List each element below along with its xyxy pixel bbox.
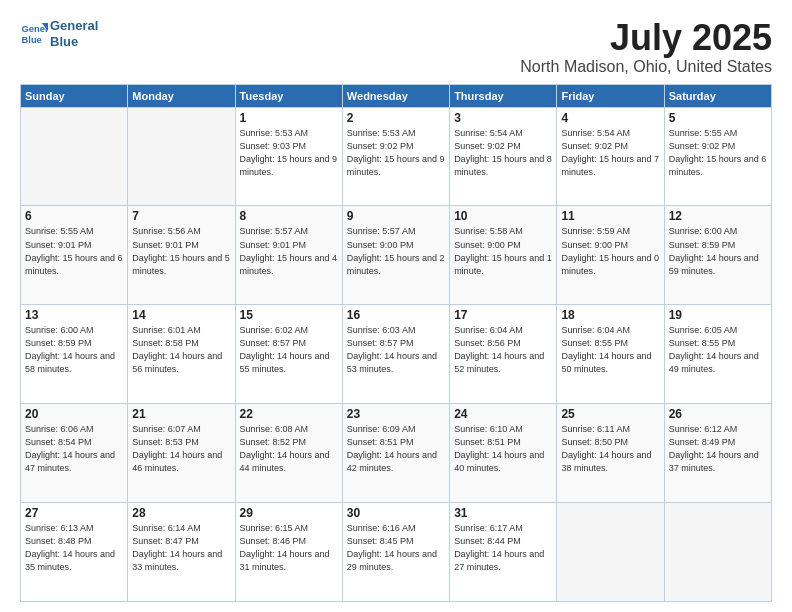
subtitle: North Madison, Ohio, United States <box>520 58 772 76</box>
day-info: Sunrise: 6:15 AM Sunset: 8:46 PM Dayligh… <box>240 522 338 574</box>
page: General Blue General Blue July 2025 Nort… <box>0 0 792 612</box>
day-info: Sunrise: 6:00 AM Sunset: 8:59 PM Dayligh… <box>25 324 123 376</box>
calendar-day: 9Sunrise: 5:57 AM Sunset: 9:00 PM Daylig… <box>342 206 449 305</box>
calendar-day: 3Sunrise: 5:54 AM Sunset: 9:02 PM Daylig… <box>450 107 557 206</box>
day-number: 30 <box>347 506 445 520</box>
calendar-day: 4Sunrise: 5:54 AM Sunset: 9:02 PM Daylig… <box>557 107 664 206</box>
calendar-day: 1Sunrise: 5:53 AM Sunset: 9:03 PM Daylig… <box>235 107 342 206</box>
day-number: 12 <box>669 209 767 223</box>
calendar-day: 22Sunrise: 6:08 AM Sunset: 8:52 PM Dayli… <box>235 404 342 503</box>
calendar-day: 23Sunrise: 6:09 AM Sunset: 8:51 PM Dayli… <box>342 404 449 503</box>
day-info: Sunrise: 6:00 AM Sunset: 8:59 PM Dayligh… <box>669 225 767 277</box>
day-number: 6 <box>25 209 123 223</box>
logo-text-line1: General <box>50 18 98 34</box>
calendar-header-thursday: Thursday <box>450 84 557 107</box>
calendar-week-row: 13Sunrise: 6:00 AM Sunset: 8:59 PM Dayli… <box>21 305 772 404</box>
day-number: 11 <box>561 209 659 223</box>
day-number: 15 <box>240 308 338 322</box>
day-info: Sunrise: 5:55 AM Sunset: 9:02 PM Dayligh… <box>669 127 767 179</box>
calendar-day: 31Sunrise: 6:17 AM Sunset: 8:44 PM Dayli… <box>450 503 557 602</box>
main-title: July 2025 <box>520 18 772 58</box>
logo-icon: General Blue <box>20 20 48 48</box>
day-number: 2 <box>347 111 445 125</box>
header: General Blue General Blue July 2025 Nort… <box>20 18 772 76</box>
calendar-day: 25Sunrise: 6:11 AM Sunset: 8:50 PM Dayli… <box>557 404 664 503</box>
day-number: 13 <box>25 308 123 322</box>
calendar-day: 27Sunrise: 6:13 AM Sunset: 8:48 PM Dayli… <box>21 503 128 602</box>
day-info: Sunrise: 6:12 AM Sunset: 8:49 PM Dayligh… <box>669 423 767 475</box>
calendar-day: 13Sunrise: 6:00 AM Sunset: 8:59 PM Dayli… <box>21 305 128 404</box>
svg-text:General: General <box>22 24 48 34</box>
day-info: Sunrise: 6:08 AM Sunset: 8:52 PM Dayligh… <box>240 423 338 475</box>
day-info: Sunrise: 6:04 AM Sunset: 8:56 PM Dayligh… <box>454 324 552 376</box>
day-number: 27 <box>25 506 123 520</box>
calendar-week-row: 27Sunrise: 6:13 AM Sunset: 8:48 PM Dayli… <box>21 503 772 602</box>
day-number: 31 <box>454 506 552 520</box>
day-number: 7 <box>132 209 230 223</box>
calendar-day <box>21 107 128 206</box>
calendar-week-row: 6Sunrise: 5:55 AM Sunset: 9:01 PM Daylig… <box>21 206 772 305</box>
day-info: Sunrise: 6:10 AM Sunset: 8:51 PM Dayligh… <box>454 423 552 475</box>
calendar-day: 12Sunrise: 6:00 AM Sunset: 8:59 PM Dayli… <box>664 206 771 305</box>
day-info: Sunrise: 6:13 AM Sunset: 8:48 PM Dayligh… <box>25 522 123 574</box>
day-info: Sunrise: 6:05 AM Sunset: 8:55 PM Dayligh… <box>669 324 767 376</box>
calendar-table: SundayMondayTuesdayWednesdayThursdayFrid… <box>20 84 772 602</box>
calendar-day <box>664 503 771 602</box>
calendar-day: 21Sunrise: 6:07 AM Sunset: 8:53 PM Dayli… <box>128 404 235 503</box>
day-info: Sunrise: 6:01 AM Sunset: 8:58 PM Dayligh… <box>132 324 230 376</box>
calendar-header-monday: Monday <box>128 84 235 107</box>
day-number: 29 <box>240 506 338 520</box>
day-info: Sunrise: 5:58 AM Sunset: 9:00 PM Dayligh… <box>454 225 552 277</box>
calendar-day: 29Sunrise: 6:15 AM Sunset: 8:46 PM Dayli… <box>235 503 342 602</box>
day-number: 28 <box>132 506 230 520</box>
calendar-day <box>557 503 664 602</box>
calendar-day: 18Sunrise: 6:04 AM Sunset: 8:55 PM Dayli… <box>557 305 664 404</box>
svg-text:Blue: Blue <box>22 35 42 45</box>
day-info: Sunrise: 6:04 AM Sunset: 8:55 PM Dayligh… <box>561 324 659 376</box>
day-info: Sunrise: 6:14 AM Sunset: 8:47 PM Dayligh… <box>132 522 230 574</box>
calendar-week-row: 20Sunrise: 6:06 AM Sunset: 8:54 PM Dayli… <box>21 404 772 503</box>
calendar-day: 8Sunrise: 5:57 AM Sunset: 9:01 PM Daylig… <box>235 206 342 305</box>
day-info: Sunrise: 6:06 AM Sunset: 8:54 PM Dayligh… <box>25 423 123 475</box>
calendar-day: 19Sunrise: 6:05 AM Sunset: 8:55 PM Dayli… <box>664 305 771 404</box>
calendar-day: 6Sunrise: 5:55 AM Sunset: 9:01 PM Daylig… <box>21 206 128 305</box>
calendar-day: 7Sunrise: 5:56 AM Sunset: 9:01 PM Daylig… <box>128 206 235 305</box>
day-number: 24 <box>454 407 552 421</box>
day-number: 1 <box>240 111 338 125</box>
calendar-day: 10Sunrise: 5:58 AM Sunset: 9:00 PM Dayli… <box>450 206 557 305</box>
day-number: 4 <box>561 111 659 125</box>
day-number: 9 <box>347 209 445 223</box>
day-info: Sunrise: 5:57 AM Sunset: 9:01 PM Dayligh… <box>240 225 338 277</box>
calendar-header-saturday: Saturday <box>664 84 771 107</box>
calendar-header-sunday: Sunday <box>21 84 128 107</box>
calendar-day: 28Sunrise: 6:14 AM Sunset: 8:47 PM Dayli… <box>128 503 235 602</box>
day-number: 5 <box>669 111 767 125</box>
logo: General Blue General Blue <box>20 18 98 49</box>
day-number: 20 <box>25 407 123 421</box>
day-info: Sunrise: 6:09 AM Sunset: 8:51 PM Dayligh… <box>347 423 445 475</box>
day-number: 23 <box>347 407 445 421</box>
calendar-week-row: 1Sunrise: 5:53 AM Sunset: 9:03 PM Daylig… <box>21 107 772 206</box>
day-info: Sunrise: 6:11 AM Sunset: 8:50 PM Dayligh… <box>561 423 659 475</box>
calendar-header-tuesday: Tuesday <box>235 84 342 107</box>
day-info: Sunrise: 6:02 AM Sunset: 8:57 PM Dayligh… <box>240 324 338 376</box>
day-number: 18 <box>561 308 659 322</box>
day-info: Sunrise: 5:55 AM Sunset: 9:01 PM Dayligh… <box>25 225 123 277</box>
day-info: Sunrise: 5:53 AM Sunset: 9:03 PM Dayligh… <box>240 127 338 179</box>
day-info: Sunrise: 6:16 AM Sunset: 8:45 PM Dayligh… <box>347 522 445 574</box>
day-number: 25 <box>561 407 659 421</box>
calendar-day: 2Sunrise: 5:53 AM Sunset: 9:02 PM Daylig… <box>342 107 449 206</box>
day-info: Sunrise: 6:07 AM Sunset: 8:53 PM Dayligh… <box>132 423 230 475</box>
calendar-day: 5Sunrise: 5:55 AM Sunset: 9:02 PM Daylig… <box>664 107 771 206</box>
calendar-header-wednesday: Wednesday <box>342 84 449 107</box>
day-number: 10 <box>454 209 552 223</box>
day-number: 22 <box>240 407 338 421</box>
calendar-day: 16Sunrise: 6:03 AM Sunset: 8:57 PM Dayli… <box>342 305 449 404</box>
calendar-day: 14Sunrise: 6:01 AM Sunset: 8:58 PM Dayli… <box>128 305 235 404</box>
day-info: Sunrise: 5:54 AM Sunset: 9:02 PM Dayligh… <box>561 127 659 179</box>
calendar-day: 11Sunrise: 5:59 AM Sunset: 9:00 PM Dayli… <box>557 206 664 305</box>
day-number: 3 <box>454 111 552 125</box>
day-info: Sunrise: 5:53 AM Sunset: 9:02 PM Dayligh… <box>347 127 445 179</box>
calendar-day: 17Sunrise: 6:04 AM Sunset: 8:56 PM Dayli… <box>450 305 557 404</box>
day-info: Sunrise: 5:54 AM Sunset: 9:02 PM Dayligh… <box>454 127 552 179</box>
